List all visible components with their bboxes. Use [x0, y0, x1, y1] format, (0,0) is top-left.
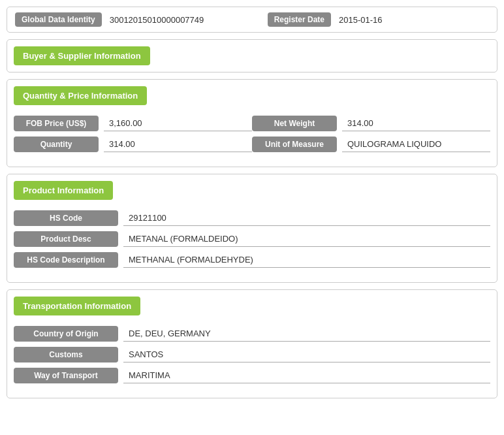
fob-price-label: FOB Price (US$) [14, 116, 99, 131]
buyer-supplier-section: Buyer & Supplier Information [7, 39, 497, 72]
country-of-origin-label: Country of Origin [14, 326, 118, 342]
hs-code-label: HS Code [14, 210, 118, 226]
buyer-supplier-title: Buyer & Supplier Information [14, 46, 150, 65]
global-data-identity-label: Global Data Identity [15, 12, 102, 27]
product-title: Product Information [14, 181, 113, 200]
hs-code-value: 29121100 [123, 210, 490, 226]
quantity-col: Quantity 314.00 [14, 137, 252, 152]
register-date-value: 2015-01-16 [339, 15, 489, 25]
way-of-transport-value: MARITIMA [123, 368, 490, 383]
fob-netweight-row: FOB Price (US$) 3,160.00 Net Weight 314.… [14, 116, 490, 131]
product-desc-label: Product Desc [14, 231, 118, 247]
transportation-section: Transportation Information Country of Or… [7, 289, 497, 398]
global-data-identity-value: 30012015010000007749 [110, 15, 260, 25]
unit-of-measure-col: Unit of Measure QUILOGRAMA LIQUIDO [252, 137, 490, 152]
fob-price-col: FOB Price (US$) 3,160.00 [14, 116, 252, 131]
register-date-label: Register Date [268, 12, 331, 27]
transportation-fields: Country of Origin DE, DEU, GERMANY Custo… [7, 322, 497, 398]
way-of-transport-label: Way of Transport [14, 368, 118, 383]
net-weight-value: 314.00 [342, 116, 490, 131]
hs-code-desc-label: HS Code Description [14, 252, 118, 268]
product-fields: HS Code 29121100 Product Desc METANAL (F… [7, 206, 497, 282]
quantity-uom-row: Quantity 314.00 Unit of Measure QUILOGRA… [14, 137, 490, 152]
page-wrapper: Global Data Identity 3001201501000000774… [0, 0, 504, 411]
transportation-title: Transportation Information [14, 297, 140, 315]
hs-code-desc-value: METHANAL (FORMALDEHYDE) [123, 252, 490, 268]
product-desc-value: METANAL (FORMALDEIDO) [123, 231, 490, 247]
quantity-value: 314.00 [104, 137, 252, 152]
unit-of-measure-label: Unit of Measure [252, 137, 337, 152]
hs-code-desc-row: HS Code Description METHANAL (FORMALDEHY… [14, 252, 490, 268]
way-of-transport-row: Way of Transport MARITIMA [14, 368, 490, 383]
fob-price-value: 3,160.00 [104, 116, 252, 131]
product-desc-row: Product Desc METANAL (FORMALDEIDO) [14, 231, 490, 247]
country-of-origin-value: DE, DEU, GERMANY [123, 326, 490, 342]
customs-value: SANTOS [123, 347, 490, 362]
customs-row: Customs SANTOS [14, 347, 490, 362]
hs-code-row: HS Code 29121100 [14, 210, 490, 226]
customs-label: Customs [14, 347, 118, 362]
net-weight-label: Net Weight [252, 116, 337, 131]
net-weight-col: Net Weight 314.00 [252, 116, 490, 131]
product-section: Product Information HS Code 29121100 Pro… [7, 174, 497, 283]
quantity-price-title: Quantity & Price Information [14, 86, 147, 105]
country-of-origin-row: Country of Origin DE, DEU, GERMANY [14, 326, 490, 342]
quantity-price-section: Quantity & Price Information FOB Price (… [7, 79, 497, 167]
quantity-price-fields: FOB Price (US$) 3,160.00 Net Weight 314.… [7, 112, 497, 167]
unit-of-measure-value: QUILOGRAMA LIQUIDO [342, 137, 490, 152]
quantity-label: Quantity [14, 137, 99, 152]
identity-row: Global Data Identity 3001201501000000774… [7, 7, 497, 33]
